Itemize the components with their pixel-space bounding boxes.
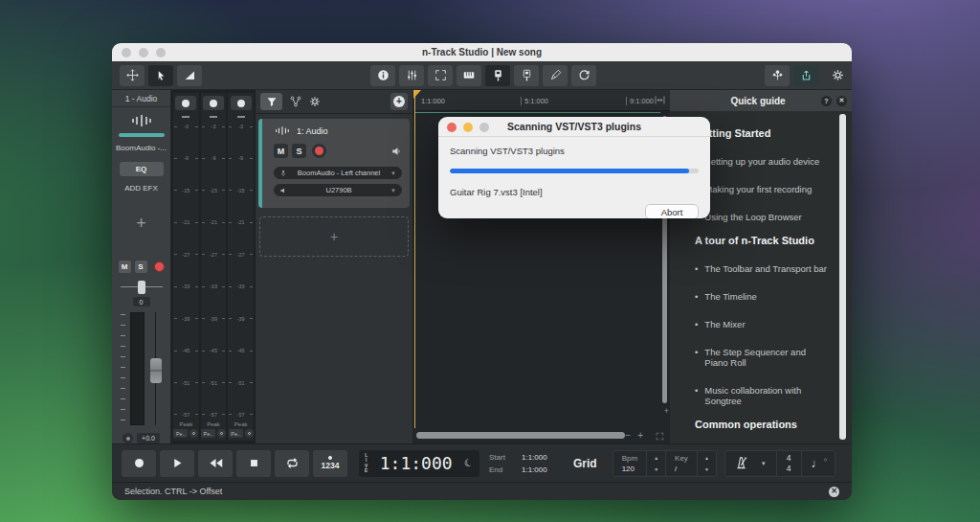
- track-mute-button[interactable]: M: [274, 144, 288, 158]
- songtree-button[interactable]: [765, 65, 790, 86]
- volume-fader[interactable]: [149, 312, 163, 425]
- info-button[interactable]: [370, 65, 395, 86]
- instrument-output-button[interactable]: [514, 65, 539, 86]
- move-tool-button[interactable]: [120, 65, 145, 86]
- window-titlebar[interactable]: n-Track Studio | New song: [112, 43, 852, 61]
- abort-button[interactable]: Abort: [645, 204, 699, 218]
- track-record-arm-button[interactable]: [312, 144, 326, 158]
- track-1-header[interactable]: 1: Audio M S BoomAudio - Left channel ▼: [258, 119, 410, 208]
- zoom-out-button[interactable]: −: [625, 431, 631, 441]
- vertical-zoom-in[interactable]: +: [664, 406, 669, 416]
- help-icon[interactable]: ?: [821, 96, 832, 106]
- pan-handle[interactable]: [138, 281, 145, 294]
- eq-button[interactable]: EQ: [120, 162, 164, 176]
- strip-record-button[interactable]: [203, 96, 224, 110]
- guide-link[interactable]: •The Step Sequencer and Piano Roll: [695, 347, 827, 368]
- guide-link[interactable]: •The Mixer: [695, 319, 827, 329]
- add-track-button[interactable]: +: [390, 93, 408, 110]
- share-button[interactable]: [793, 65, 818, 86]
- metronome-options-chevron[interactable]: ▼: [761, 461, 767, 466]
- select-tool-button[interactable]: [148, 65, 173, 86]
- fit-view-button[interactable]: [656, 432, 664, 441]
- fade-tool-button[interactable]: [177, 65, 202, 86]
- strip-record-button[interactable]: [175, 96, 196, 110]
- fader-handle[interactable]: [150, 358, 162, 383]
- record-button[interactable]: [122, 450, 156, 477]
- grid-toggle[interactable]: Grid: [573, 457, 597, 470]
- strip-collapse-handle[interactable]: [237, 116, 245, 118]
- ruler-mark: 5:1:000: [521, 97, 548, 105]
- record-arm-button[interactable]: [154, 261, 165, 272]
- mute-button[interactable]: M: [119, 261, 131, 273]
- timeline-ruler[interactable]: 1:1:000 5:1:000 9:1:000: [413, 90, 670, 111]
- guide-scrollbar[interactable]: [839, 114, 846, 440]
- moon-icon[interactable]: ☾: [463, 456, 476, 470]
- stop-button[interactable]: [236, 450, 271, 477]
- strip-settings-button[interactable]: [245, 429, 254, 438]
- strip-channel-dropdown[interactable]: Pe..: [201, 429, 215, 438]
- guide-link[interactable]: •Setting up your audio device: [695, 156, 827, 167]
- loop-playback-button[interactable]: [275, 450, 309, 477]
- play-button[interactable]: [160, 450, 194, 477]
- filter-tracks-button[interactable]: [260, 93, 282, 110]
- strip-channel-dropdown[interactable]: Pe..: [173, 429, 188, 438]
- track-monitor-button[interactable]: [390, 146, 402, 157]
- end-value[interactable]: 1:1:000: [522, 464, 556, 476]
- add-effect-button[interactable]: +: [116, 195, 167, 251]
- guide-link[interactable]: •Using the Loop Browser: [695, 212, 827, 222]
- input-device-dropdown[interactable]: BoomAudio - Left channel ▼: [274, 167, 402, 179]
- dialog-titlebar[interactable]: Scanning VST/VST3 plugins: [438, 117, 710, 137]
- key-down-button[interactable]: ▼: [704, 466, 709, 472]
- zoom-in-button[interactable]: +: [637, 431, 643, 441]
- strip-collapse-handle[interactable]: [182, 116, 189, 118]
- bpm-down-button[interactable]: ▼: [654, 466, 658, 472]
- guide-link[interactable]: •The Timeline: [695, 291, 827, 302]
- track-solo-button[interactable]: S: [292, 144, 306, 158]
- strip-record-button[interactable]: [231, 96, 252, 110]
- strip-meter-scale: -3-9-15-21-27-33-39-45-51-57: [173, 122, 199, 420]
- strip-channel-dropdown[interactable]: Pe..: [229, 429, 243, 438]
- track-routing-button[interactable]: [289, 95, 302, 108]
- guide-link[interactable]: •Making your first recording: [695, 184, 827, 194]
- start-value[interactable]: 1:1:000: [522, 451, 556, 464]
- close-window-button[interactable]: [122, 48, 131, 57]
- note-value-button[interactable]: ♩○: [812, 456, 828, 470]
- strip-settings-button[interactable]: [189, 429, 198, 438]
- status-close-icon[interactable]: ✕: [829, 487, 839, 497]
- close-icon[interactable]: ✕: [836, 96, 847, 106]
- settings-gear-icon[interactable]: [832, 69, 844, 81]
- time-display[interactable]: L I V E 1:1:000 ☾: [359, 450, 479, 477]
- output-device-dropdown[interactable]: U2790B ▼: [274, 184, 402, 196]
- instrument-button[interactable]: [485, 65, 510, 86]
- time-signature[interactable]: 4 4: [776, 451, 802, 476]
- bpm-value[interactable]: 120: [622, 465, 637, 473]
- loop-button[interactable]: [571, 65, 596, 86]
- zoom-window-button[interactable]: [156, 48, 166, 57]
- rewind-button[interactable]: [198, 450, 233, 477]
- pan-slider[interactable]: [121, 281, 163, 294]
- key-up-button[interactable]: ▲: [704, 455, 709, 461]
- guide-link[interactable]: •Music collaboration with Songtree: [695, 385, 827, 406]
- speaker-icon: [279, 187, 287, 194]
- horizontal-scrollbar[interactable]: [416, 432, 625, 439]
- strip-collapse-handle[interactable]: [210, 116, 217, 118]
- dialog-minimize-button[interactable]: [463, 123, 473, 132]
- pen-tool-button[interactable]: [543, 65, 568, 86]
- guide-link[interactable]: •The Toolbar and Transport bar: [695, 263, 827, 274]
- strip-settings-button[interactable]: [217, 429, 226, 438]
- expand-view-button[interactable]: [428, 65, 453, 86]
- track-settings-button[interactable]: [309, 96, 321, 107]
- metronome-button[interactable]: [733, 455, 749, 471]
- dialog-close-button[interactable]: [447, 123, 457, 132]
- minimize-window-button[interactable]: [139, 48, 148, 57]
- meter-scale-row: -9: [229, 155, 253, 161]
- solo-button[interactable]: S: [135, 261, 147, 273]
- add-track-dropzone[interactable]: +: [259, 216, 409, 257]
- bpm-up-button[interactable]: ▲: [654, 455, 658, 461]
- key-value[interactable]: /: [675, 465, 688, 473]
- piano-roll-button[interactable]: [457, 65, 481, 86]
- meter-options-button[interactable]: [122, 433, 133, 443]
- loop-region-icon[interactable]: [654, 94, 666, 106]
- mixer-view-button[interactable]: [399, 65, 424, 86]
- count-in-button[interactable]: 1234: [313, 450, 347, 477]
